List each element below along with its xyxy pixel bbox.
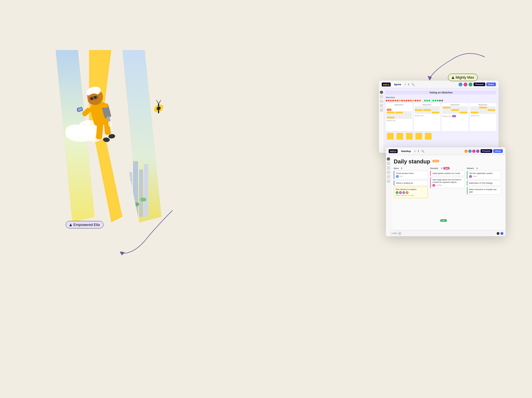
share-btn-front[interactable]: Share	[493, 149, 503, 153]
standup-board: miro Standup ≡ ⬇ 🔍 Present Share Daily s…	[386, 147, 506, 236]
character-illustration	[39, 28, 195, 239]
svg-point-19	[134, 202, 139, 206]
sketch-col-3: MegaAdmin Solutions here Joe	[442, 103, 469, 131]
dots-row	[386, 100, 496, 101]
task-card: Check product stock A Alex	[394, 171, 428, 179]
svg-line-50	[156, 100, 158, 103]
svg-point-53	[160, 100, 161, 101]
task-card: Make instruction to simplify user path	[467, 187, 501, 195]
robert-column: Robert 3 Test the registration system J …	[467, 167, 501, 199]
svg-rect-15	[144, 164, 148, 217]
task-card: Test the registration system J Jacob	[467, 171, 501, 179]
left-toolbar-front	[386, 155, 391, 236]
svg-rect-17	[129, 179, 132, 181]
svg-rect-11	[124, 167, 128, 217]
voting-board-toolbar: miro Sprint ≡ ⬇ 🔍 Present Share	[379, 81, 499, 88]
sketch-col-1: MegaAdmin Mark Solutions here	[386, 103, 413, 131]
triangle-icon-ella	[69, 223, 72, 226]
sketch-col-2: MegaAdmin Solutions here	[414, 103, 441, 131]
task-card: Elaboration of IXM strategy	[467, 180, 501, 186]
svg-rect-13	[133, 161, 138, 217]
mighty-max-text: Mighty Max	[456, 75, 474, 79]
standup-toolbar: miro Standup ≡ ⬇ 🔍 Present Share	[386, 147, 506, 155]
mighty-max-label: Mighty Max	[448, 74, 478, 81]
empowered-ella-label: Empowered Ella	[66, 221, 104, 228]
standup-columns: Nina 3 Check product stock A Alex Define…	[394, 167, 501, 199]
standup-content: Daily standup Matt Nina 3 Check product …	[386, 155, 506, 236]
present-btn-back[interactable]: Present	[474, 83, 485, 86]
triangle-icon-mighty-max	[452, 76, 454, 79]
svg-marker-55	[69, 223, 72, 226]
voting-board: miro Sprint ≡ ⬇ 🔍 Present Share Voting o…	[379, 81, 499, 153]
sketch-col-4: MegaAdmin Solutions here	[470, 103, 497, 131]
mae-cursor: Mae	[440, 219, 447, 222]
svg-point-23	[65, 125, 85, 137]
svg-point-18	[125, 198, 131, 202]
svg-rect-37	[98, 103, 108, 108]
svg-rect-12	[129, 172, 132, 217]
svg-marker-3	[95, 139, 122, 222]
task-card: Add image ideas from the brief to a boar…	[430, 177, 464, 188]
svg-marker-54	[452, 76, 454, 79]
svg-point-20	[140, 198, 146, 202]
svg-rect-16	[125, 183, 127, 185]
svg-rect-14	[139, 170, 143, 217]
task-card-yellow: Plan delivery to retailers S E A D Steve…	[394, 187, 428, 198]
miro-logo-front: miro	[389, 149, 398, 153]
empowered-ella-text: Empowered Ella	[73, 223, 100, 227]
toolbar-icons-front: Present Share	[464, 149, 503, 153]
joe-cursor: Joe	[452, 115, 456, 117]
voting-title: Voting on Sketches	[386, 91, 496, 94]
standup-tab[interactable]: Standup	[399, 149, 413, 153]
mark-cursor: Mark	[387, 109, 391, 111]
share-btn-back[interactable]: Share	[486, 83, 496, 86]
status-bar-front: - 100% +	[386, 230, 506, 236]
bea-cursor: Bea	[443, 167, 450, 170]
svg-line-51	[159, 100, 161, 103]
toolbar-icons-back: Present Share	[459, 83, 496, 86]
sketch-columns: MegaAdmin Mark Solutions here M	[386, 103, 496, 131]
svg-rect-49	[158, 103, 159, 113]
matt-cursor: Matt	[432, 160, 439, 162]
nina-column: Nina 3 Check product stock A Alex Define…	[394, 167, 428, 199]
svg-point-52	[156, 100, 157, 101]
sketches-label: Sketches	[386, 96, 496, 99]
left-toolbar-back	[379, 88, 384, 153]
voting-content: Voting on Sketches Sketches	[379, 88, 499, 153]
sprint-tab[interactable]: Sprint	[392, 83, 403, 86]
task-card: Define a seating list	[394, 180, 428, 186]
deedee-column: Deedee 2 Bea Adapt global creatives for …	[430, 167, 464, 199]
miro-logo-back: miro	[382, 83, 391, 86]
present-btn-front[interactable]: Present	[481, 149, 492, 153]
standup-title: Daily standup	[394, 158, 430, 165]
task-card: Adapt global creatives for social	[430, 171, 464, 176]
